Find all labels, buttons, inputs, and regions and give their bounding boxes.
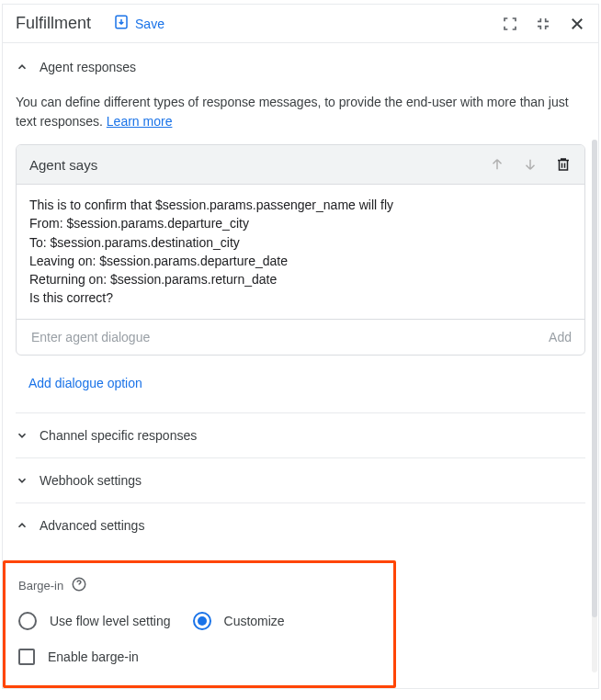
section-description: You can define different types of respon… (16, 93, 585, 131)
section-title: Advanced settings (40, 518, 144, 533)
chevron-down-icon (16, 474, 28, 487)
scrollbar[interactable] (592, 140, 597, 672)
agent-says-card: Agent says This is to confirm that $sess… (16, 144, 585, 356)
move-up-icon[interactable] (489, 156, 505, 173)
page-title: Fulfillment (16, 14, 91, 33)
scrollbar-thumb[interactable] (592, 140, 597, 617)
fullscreen-icon[interactable] (503, 17, 517, 31)
dialogue-input[interactable] (29, 329, 549, 345)
radio-icon (18, 612, 37, 630)
chevron-down-icon (16, 429, 28, 442)
save-button[interactable]: Save (113, 14, 164, 33)
help-icon[interactable] (71, 576, 87, 595)
close-icon[interactable] (569, 16, 585, 32)
checkbox-enable-barge-in[interactable]: Enable barge-in (18, 649, 380, 665)
checkbox-label: Enable barge-in (48, 649, 139, 664)
radio-label: Customize (224, 614, 285, 628)
delete-icon[interactable] (555, 156, 572, 173)
move-down-icon[interactable] (522, 156, 539, 173)
section-agent-responses[interactable]: Agent responses (16, 56, 585, 78)
section-webhook-settings[interactable]: Webhook settings (16, 457, 585, 502)
section-title: Agent responses (40, 60, 136, 74)
chevron-up-icon (16, 519, 28, 532)
radio-customize[interactable]: Customize (193, 612, 285, 630)
learn-more-link[interactable]: Learn more (107, 114, 173, 129)
card-title: Agent says (29, 157, 97, 173)
barge-in-label: Barge-in (18, 579, 63, 593)
save-icon (113, 14, 130, 33)
agent-dialogue-text[interactable]: This is to confirm that $session.params.… (17, 185, 584, 320)
radio-checked-icon (193, 612, 211, 630)
radio-flow-level[interactable]: Use flow level setting (18, 612, 171, 630)
add-dialogue-option-button[interactable]: Add dialogue option (28, 376, 585, 390)
checkbox-icon (18, 649, 35, 665)
add-button[interactable]: Add (549, 330, 572, 344)
collapse-icon[interactable] (536, 17, 550, 31)
section-channel-responses[interactable]: Channel specific responses (16, 412, 585, 457)
section-title: Channel specific responses (40, 428, 197, 443)
chevron-up-icon (16, 61, 28, 73)
radio-label: Use flow level setting (50, 614, 171, 628)
panel-header: Fulfillment Save (3, 5, 598, 43)
save-label: Save (135, 17, 164, 31)
section-advanced-settings[interactable]: Advanced settings (16, 502, 585, 548)
section-title: Webhook settings (40, 473, 142, 488)
barge-in-highlight: Barge-in Use flow level setting Customiz… (3, 560, 396, 688)
